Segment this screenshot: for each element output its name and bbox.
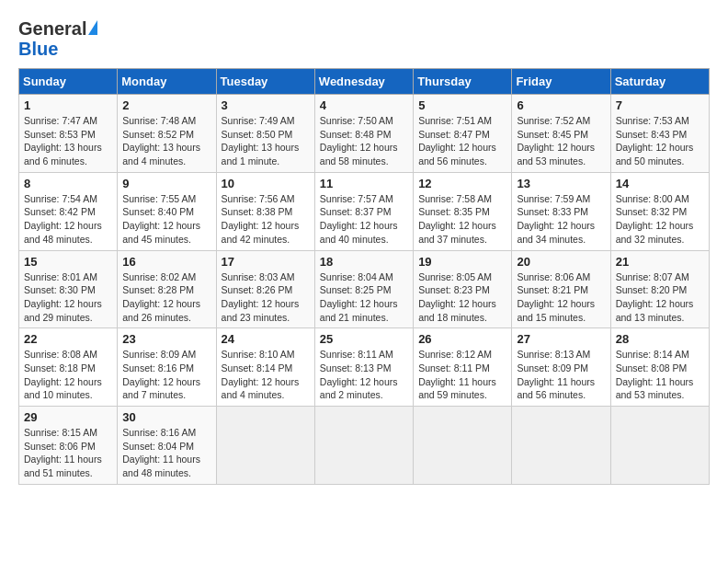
calendar-cell: 27Sunrise: 8:13 AMSunset: 8:09 PMDayligh… [512,328,610,407]
day-info: Sunrise: 7:58 AMSunset: 8:35 PMDaylight:… [418,192,506,247]
day-info: Sunrise: 8:13 AMSunset: 8:09 PMDaylight:… [517,348,605,402]
col-header-sunday: Sunday [19,69,118,95]
day-number: 14 [616,177,704,190]
calendar-cell: 9Sunrise: 7:55 AMSunset: 8:40 PMDaylight… [118,172,216,250]
calendar-cell: 22Sunrise: 8:08 AMSunset: 8:18 PMDayligh… [19,328,118,407]
day-info: Sunrise: 8:06 AMSunset: 8:21 PMDaylight:… [517,270,605,325]
page-header: General Blue [18,18,710,59]
col-header-monday: Monday [118,69,216,95]
day-number: 10 [222,177,310,190]
day-info: Sunrise: 7:57 AMSunset: 8:37 PMDaylight:… [320,192,408,247]
day-info: Sunrise: 8:16 AMSunset: 8:04 PMDaylight:… [122,426,210,480]
day-number: 25 [320,332,408,346]
calendar-header-row: SundayMondayTuesdayWednesdayThursdayFrid… [19,69,710,95]
day-info: Sunrise: 8:00 AMSunset: 8:32 PMDaylight:… [616,192,704,247]
col-header-friday: Friday [512,69,610,95]
calendar-cell [512,407,610,485]
day-info: Sunrise: 8:07 AMSunset: 8:20 PMDaylight:… [616,270,704,325]
calendar-cell: 18Sunrise: 8:04 AMSunset: 8:25 PMDayligh… [314,250,413,328]
calendar-cell: 21Sunrise: 8:07 AMSunset: 8:20 PMDayligh… [610,250,709,328]
day-number: 19 [418,255,506,269]
calendar-cell: 26Sunrise: 8:12 AMSunset: 8:11 PMDayligh… [414,328,512,407]
calendar-cell: 25Sunrise: 8:11 AMSunset: 8:13 PMDayligh… [314,328,413,407]
calendar-cell: 10Sunrise: 7:56 AMSunset: 8:38 PMDayligh… [216,172,314,250]
day-info: Sunrise: 8:11 AMSunset: 8:13 PMDaylight:… [320,348,408,402]
calendar-cell: 1Sunrise: 7:47 AMSunset: 8:53 PMDaylight… [19,95,118,173]
day-info: Sunrise: 7:52 AMSunset: 8:45 PMDaylight:… [517,114,605,168]
calendar-cell [216,407,314,485]
day-number: 11 [320,177,408,190]
calendar-cell: 3Sunrise: 7:49 AMSunset: 8:50 PMDaylight… [216,95,314,173]
calendar-cell: 29Sunrise: 8:15 AMSunset: 8:06 PMDayligh… [19,407,118,485]
logo-general: General [18,18,86,39]
day-info: Sunrise: 7:54 AMSunset: 8:42 PMDaylight:… [24,192,112,247]
day-number: 30 [122,410,210,424]
logo-text: General Blue [18,18,97,59]
day-info: Sunrise: 7:59 AMSunset: 8:33 PMDaylight:… [517,192,605,247]
calendar-cell: 14Sunrise: 8:00 AMSunset: 8:32 PMDayligh… [610,172,709,250]
day-info: Sunrise: 8:10 AMSunset: 8:14 PMDaylight:… [222,348,310,402]
day-info: Sunrise: 8:04 AMSunset: 8:25 PMDaylight:… [320,270,408,325]
calendar-cell: 16Sunrise: 8:02 AMSunset: 8:28 PMDayligh… [118,250,216,328]
day-number: 2 [122,98,210,112]
day-number: 29 [24,410,112,424]
col-header-thursday: Thursday [414,69,512,95]
day-info: Sunrise: 7:50 AMSunset: 8:48 PMDaylight:… [320,114,408,168]
day-number: 26 [418,332,506,346]
day-number: 7 [616,98,704,112]
day-number: 1 [24,98,112,112]
calendar-cell [610,407,709,485]
day-info: Sunrise: 8:02 AMSunset: 8:28 PMDaylight:… [122,270,210,325]
day-info: Sunrise: 8:05 AMSunset: 8:23 PMDaylight:… [418,270,506,325]
calendar-week-row: 22Sunrise: 8:08 AMSunset: 8:18 PMDayligh… [19,328,710,407]
logo-triangle-icon [88,20,97,35]
day-info: Sunrise: 8:01 AMSunset: 8:30 PMDaylight:… [24,270,112,325]
day-number: 23 [122,332,210,346]
logo: General Blue [18,18,97,59]
day-info: Sunrise: 8:09 AMSunset: 8:16 PMDaylight:… [122,348,210,402]
day-info: Sunrise: 8:12 AMSunset: 8:11 PMDaylight:… [418,348,506,402]
day-info: Sunrise: 7:48 AMSunset: 8:52 PMDaylight:… [122,114,210,168]
col-header-wednesday: Wednesday [314,69,413,95]
day-number: 6 [517,98,605,112]
calendar-cell: 23Sunrise: 8:09 AMSunset: 8:16 PMDayligh… [118,328,216,407]
calendar-cell: 15Sunrise: 8:01 AMSunset: 8:30 PMDayligh… [19,250,118,328]
day-number: 4 [320,98,408,112]
day-number: 8 [24,177,112,190]
calendar-cell: 2Sunrise: 7:48 AMSunset: 8:52 PMDaylight… [118,95,216,173]
calendar-cell: 20Sunrise: 8:06 AMSunset: 8:21 PMDayligh… [512,250,610,328]
col-header-saturday: Saturday [610,69,709,95]
calendar-cell: 11Sunrise: 7:57 AMSunset: 8:37 PMDayligh… [314,172,413,250]
calendar-cell [414,407,512,485]
day-number: 16 [122,255,210,269]
day-number: 22 [24,332,112,346]
day-info: Sunrise: 7:56 AMSunset: 8:38 PMDaylight:… [222,192,310,247]
calendar-cell: 12Sunrise: 7:58 AMSunset: 8:35 PMDayligh… [414,172,512,250]
day-number: 3 [222,98,310,112]
day-number: 9 [122,177,210,190]
day-info: Sunrise: 7:47 AMSunset: 8:53 PMDaylight:… [24,114,112,168]
day-number: 21 [616,255,704,269]
calendar-cell [314,407,413,485]
calendar-table: SundayMondayTuesdayWednesdayThursdayFrid… [18,68,710,485]
logo-blue: Blue [18,39,97,59]
day-info: Sunrise: 8:03 AMSunset: 8:26 PMDaylight:… [222,270,310,325]
calendar-cell: 19Sunrise: 8:05 AMSunset: 8:23 PMDayligh… [414,250,512,328]
day-info: Sunrise: 8:08 AMSunset: 8:18 PMDaylight:… [24,348,112,402]
calendar-cell: 8Sunrise: 7:54 AMSunset: 8:42 PMDaylight… [19,172,118,250]
day-number: 17 [222,255,310,269]
day-number: 15 [24,255,112,269]
calendar-cell: 5Sunrise: 7:51 AMSunset: 8:47 PMDaylight… [414,95,512,173]
day-info: Sunrise: 8:15 AMSunset: 8:06 PMDaylight:… [24,426,112,480]
day-number: 13 [517,177,605,190]
calendar-cell: 28Sunrise: 8:14 AMSunset: 8:08 PMDayligh… [610,328,709,407]
calendar-cell: 30Sunrise: 8:16 AMSunset: 8:04 PMDayligh… [118,407,216,485]
day-number: 27 [517,332,605,346]
day-number: 28 [616,332,704,346]
calendar-cell: 7Sunrise: 7:53 AMSunset: 8:43 PMDaylight… [610,95,709,173]
col-header-tuesday: Tuesday [216,69,314,95]
calendar-week-row: 15Sunrise: 8:01 AMSunset: 8:30 PMDayligh… [19,250,710,328]
day-info: Sunrise: 8:14 AMSunset: 8:08 PMDaylight:… [616,348,704,402]
calendar-cell: 17Sunrise: 8:03 AMSunset: 8:26 PMDayligh… [216,250,314,328]
day-number: 12 [418,177,506,190]
